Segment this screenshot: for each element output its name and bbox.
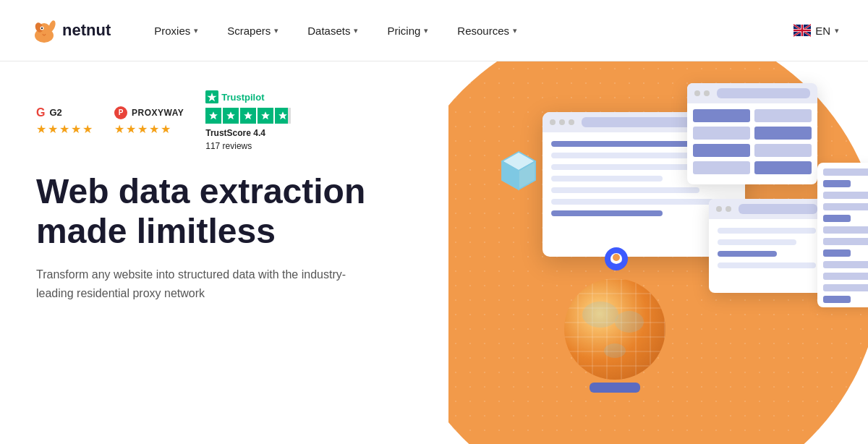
star-icon: ★ bbox=[114, 122, 124, 136]
nav-menu: Proxies ▾ Scrapers ▾ Datasets ▾ Pricing … bbox=[154, 25, 793, 37]
browser-content bbox=[709, 219, 825, 283]
nav-item-pricing[interactable]: Pricing ▾ bbox=[387, 25, 428, 37]
nav-item-resources[interactable]: Resources ▾ bbox=[457, 25, 517, 37]
nav-item-datasets[interactable]: Datasets ▾ bbox=[307, 25, 358, 37]
nav-item-scrapers[interactable]: Scrapers ▾ bbox=[227, 25, 278, 37]
svg-point-20 bbox=[613, 254, 620, 261]
lang-chevron-icon: ▾ bbox=[835, 26, 839, 35]
browser-dot bbox=[726, 206, 731, 212]
sidebar-item-el bbox=[823, 284, 868, 291]
grid-cell bbox=[693, 144, 750, 157]
browser-line bbox=[718, 262, 816, 268]
browser-bar bbox=[709, 199, 825, 219]
nav-right: EN ▾ bbox=[793, 24, 839, 37]
hero-content-left: G G2 ★ ★ ★ ★ ★ P PROXYWAY bbox=[0, 61, 448, 444]
tp-star-icon bbox=[205, 108, 221, 124]
sidebar-item-el bbox=[823, 192, 868, 199]
hero-headline: Web data extraction made limitless bbox=[36, 171, 420, 251]
chevron-down-icon: ▾ bbox=[424, 26, 428, 35]
trustpilot-badge: Trustpilot TrustScore 4.4 117 reviews bbox=[205, 90, 291, 151]
hero-illustration bbox=[485, 69, 868, 437]
browser-dot bbox=[559, 119, 565, 125]
star-icon: ★ bbox=[126, 122, 136, 136]
tp-star-icon bbox=[223, 108, 239, 124]
nav-item-proxies[interactable]: Proxies ▾ bbox=[154, 25, 198, 37]
svg-point-23 bbox=[604, 343, 626, 358]
browser-line bbox=[718, 239, 796, 245]
chevron-down-icon: ▾ bbox=[354, 26, 358, 35]
trustscore-label: TrustScore 4.4 bbox=[205, 128, 265, 138]
sidebar-panel bbox=[817, 163, 868, 307]
grid-cell bbox=[693, 109, 750, 122]
browser-url-bar bbox=[739, 204, 817, 214]
star-icon: ★ bbox=[48, 122, 58, 136]
svg-point-22 bbox=[615, 311, 644, 333]
reviews-count: 117 reviews bbox=[205, 141, 252, 151]
svg-point-4 bbox=[41, 27, 43, 29]
trustpilot-name: Trustpilot bbox=[221, 92, 264, 103]
globe bbox=[564, 278, 665, 380]
browser-line bbox=[551, 210, 663, 216]
tp-star-icon bbox=[258, 108, 273, 124]
browser-url-bar bbox=[717, 88, 810, 98]
hero-right bbox=[448, 61, 868, 444]
proxyway-icon: P bbox=[114, 106, 127, 119]
grid-cell bbox=[754, 109, 812, 122]
browser-window-side bbox=[687, 83, 817, 184]
star-half-icon: ★ bbox=[82, 122, 93, 136]
browser-bar bbox=[687, 83, 817, 103]
trustpilot-stars bbox=[205, 108, 291, 124]
logo[interactable]: netnut bbox=[29, 15, 111, 46]
navigation: netnut Proxies ▾ Scrapers ▾ Datasets ▾ P… bbox=[0, 0, 868, 61]
grid-cell bbox=[754, 161, 812, 174]
star-icon: ★ bbox=[149, 122, 159, 136]
globe-continents bbox=[564, 278, 665, 380]
language-selector[interactable]: EN ▾ bbox=[793, 24, 839, 37]
g2-badge: G G2 ★ ★ ★ ★ ★ bbox=[36, 106, 93, 136]
sidebar-item-el bbox=[823, 238, 868, 245]
browser-dot bbox=[716, 206, 722, 212]
svg-marker-11 bbox=[244, 111, 252, 119]
browser-line bbox=[718, 251, 777, 257]
browser-dot bbox=[550, 119, 556, 125]
sidebar-item-el bbox=[823, 180, 851, 187]
star-icon: ★ bbox=[59, 122, 69, 136]
proxyway-label: PROXYWAY bbox=[132, 108, 184, 118]
trustpilot-logo: Trustpilot bbox=[205, 90, 264, 103]
tp-star-icon bbox=[240, 108, 256, 124]
sidebar-item-el bbox=[823, 226, 868, 234]
browser-line bbox=[551, 153, 699, 158]
browser-line bbox=[718, 228, 816, 234]
sidebar-item-el bbox=[823, 273, 868, 280]
logo-icon bbox=[29, 15, 59, 46]
chevron-down-icon: ▾ bbox=[513, 26, 517, 35]
svg-marker-12 bbox=[261, 111, 270, 119]
location-pin-icon bbox=[602, 246, 631, 282]
cube-decoration bbox=[499, 148, 539, 195]
g2-stars: ★ ★ ★ ★ ★ bbox=[36, 122, 93, 136]
chevron-down-icon: ▾ bbox=[274, 26, 278, 35]
g2-logo-text: G bbox=[36, 106, 45, 119]
logo-text: netnut bbox=[62, 21, 111, 40]
browser-line bbox=[551, 187, 699, 193]
browser-dot bbox=[694, 90, 700, 96]
globe-stand bbox=[590, 383, 640, 393]
sidebar-item-el bbox=[823, 261, 868, 268]
browser-window-side2 bbox=[709, 199, 825, 293]
proxyway-badge: P PROXYWAY ★ ★ ★ ★ ★ bbox=[114, 106, 184, 136]
sidebar-item-el bbox=[823, 296, 851, 303]
grid-content bbox=[687, 103, 817, 180]
grid-cell bbox=[754, 144, 812, 157]
review-badges: G G2 ★ ★ ★ ★ ★ P PROXYWAY bbox=[36, 90, 420, 151]
browser-dot bbox=[704, 90, 710, 96]
grid-cell bbox=[754, 127, 812, 140]
grid-cell bbox=[693, 161, 750, 174]
grid-cell bbox=[693, 127, 750, 140]
browser-line bbox=[551, 176, 663, 182]
browser-dot bbox=[569, 119, 574, 125]
tp-star-half-icon bbox=[275, 108, 291, 124]
hero-subtext: Transform any website into structured da… bbox=[36, 265, 369, 302]
globe-pin-area bbox=[564, 278, 665, 393]
flag-icon bbox=[793, 24, 811, 37]
sidebar-item-el bbox=[823, 168, 868, 176]
